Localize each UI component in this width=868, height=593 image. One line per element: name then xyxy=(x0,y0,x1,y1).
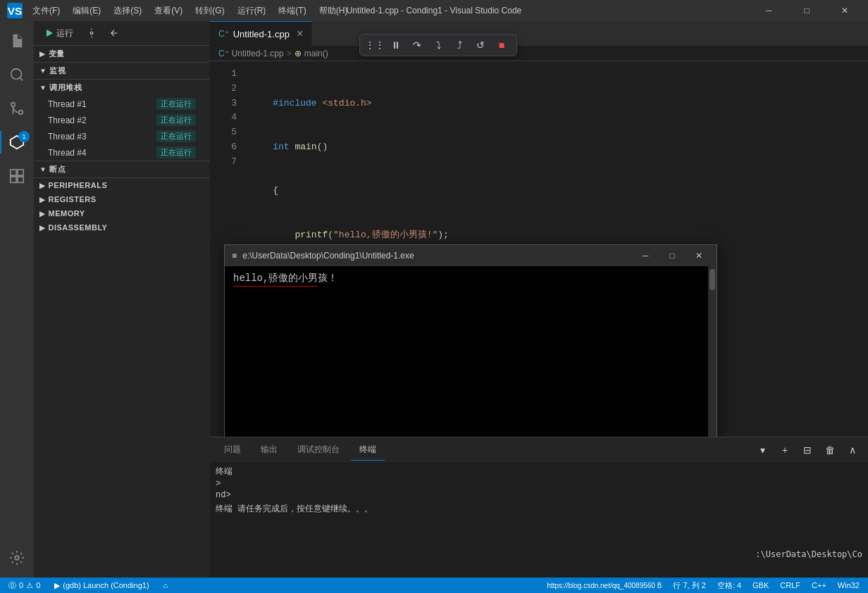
debug-stop-button[interactable]: ■ xyxy=(492,36,511,54)
terminal-popup-window[interactable]: ■ e:\UserData\Desktop\Conding1\Untitled-… xyxy=(224,244,717,437)
svg-rect-10 xyxy=(18,177,23,182)
call-stack-section: ▼ 调用堆栈 Thread #1 正在运行 Thread #2 正在运行 Thr… xyxy=(34,80,210,161)
panel-new-terminal-btn[interactable]: + xyxy=(775,440,795,460)
breadcrumb-func[interactable]: main() xyxy=(304,49,328,58)
thread-4-item[interactable]: Thread #4 正在运行 xyxy=(34,144,210,161)
debug-restart-button[interactable]: ↺ xyxy=(471,36,490,54)
activity-git[interactable] xyxy=(0,92,34,125)
debug-step-over-button[interactable]: ↷ xyxy=(408,36,426,54)
status-url[interactable]: https://blog.csdn.net/qq_40089560 B xyxy=(544,582,664,589)
arch-text: Win32 xyxy=(838,581,860,589)
breadcrumb-sep1: > xyxy=(287,49,292,58)
menu-run[interactable]: 运行(R) xyxy=(232,4,272,18)
menu-goto[interactable]: 转到(G) xyxy=(190,4,230,18)
menu-terminal[interactable]: 终端(T) xyxy=(273,4,311,18)
run-button[interactable]: 运行 xyxy=(39,25,79,42)
svg-marker-12 xyxy=(46,30,53,37)
debug-step-out-button[interactable]: ⤴ xyxy=(450,36,469,54)
panel-split-btn[interactable]: ⊟ xyxy=(798,440,817,460)
warning-icon: ⚠ xyxy=(26,581,33,590)
window-title: Untitled-1.cpp - Conding1 - Visual Studi… xyxy=(347,6,522,15)
status-url-text: https://blog.csdn.net/qq_40089560 B xyxy=(547,582,662,589)
home-icon: ⌂ xyxy=(163,581,168,589)
thread-3-name: Thread #3 xyxy=(48,132,87,142)
status-spaces[interactable]: 空格: 4 xyxy=(714,580,744,591)
terminal-minimize-button[interactable]: ─ xyxy=(635,248,656,263)
status-line-ending[interactable]: CRLF xyxy=(777,581,803,589)
maximize-button[interactable]: □ xyxy=(790,0,823,21)
status-encoding[interactable]: GBK xyxy=(750,581,771,589)
terminal-maximize-button[interactable]: □ xyxy=(662,248,683,263)
disassembly-label: DISASSEMBLY xyxy=(49,223,108,232)
thread-4-name: Thread #4 xyxy=(48,148,87,158)
tab-close-button[interactable]: × xyxy=(297,27,303,40)
activity-settings[interactable] xyxy=(0,541,34,575)
memory-section: ▶ MEMORY xyxy=(34,206,210,220)
minimize-button[interactable]: ─ xyxy=(752,0,785,21)
panel-tab-debug-console[interactable]: 调试控制台 xyxy=(289,439,348,460)
debug-move-icon[interactable]: ⋮⋮ xyxy=(366,36,384,54)
close-button[interactable]: ✕ xyxy=(829,0,861,21)
debug-pause-button[interactable]: ⏸ xyxy=(387,36,405,54)
disassembly-header[interactable]: ▶ DISASSEMBLY xyxy=(34,220,210,235)
language-text: C++ xyxy=(812,581,826,589)
activity-bar: 1 xyxy=(0,21,34,578)
variables-header[interactable]: ▶ 变量 xyxy=(34,46,210,62)
status-debug-session[interactable]: ▶ (gdb) Launch (Conding1) xyxy=(51,581,151,590)
error-icon: ⓪ xyxy=(8,580,16,591)
call-stack-header[interactable]: ▼ 调用堆栈 xyxy=(34,80,210,96)
svg-rect-8 xyxy=(18,170,23,175)
status-language[interactable]: C++ xyxy=(809,581,829,589)
panel-right-path: :\UserData\Desktop\Co xyxy=(750,547,868,562)
memory-header[interactable]: ▶ MEMORY xyxy=(34,206,210,220)
debug-step-into-button[interactable]: ⤵ xyxy=(429,36,447,54)
breadcrumb-file[interactable]: Untitled-1.cpp xyxy=(232,49,284,58)
registers-header[interactable]: ▶ REGISTERS xyxy=(34,192,210,206)
tab-untitled-cpp[interactable]: C⁺ Untitled-1.cpp × xyxy=(210,21,312,46)
thread-2-item[interactable]: Thread #2 正在运行 xyxy=(34,112,210,128)
terminal-scrollthumb[interactable] xyxy=(709,269,715,290)
code-editor[interactable]: 1 2 3 4 5 6 7 #include <stdio.h> int mai… xyxy=(210,61,868,437)
thread-1-item[interactable]: Thread #1 正在运行 xyxy=(34,96,210,112)
status-arch[interactable]: Win32 xyxy=(835,581,862,589)
activity-extensions[interactable] xyxy=(0,159,34,193)
panel-tab-problems[interactable]: 问题 xyxy=(216,439,249,460)
panel-dropdown-btn[interactable]: ▾ xyxy=(752,440,772,460)
panel-collapse-btn[interactable]: ∧ xyxy=(843,440,862,460)
main-layout: 1 运行 ▶ 变量 xyxy=(0,21,868,578)
menu-select[interactable]: 选择(S) xyxy=(108,4,147,18)
menu-file[interactable]: 文件(F) xyxy=(27,4,66,18)
status-errors[interactable]: ⓪ 0 ⚠ 0 xyxy=(6,580,43,591)
watch-header[interactable]: ▼ 监视 xyxy=(34,63,210,79)
peripherals-header[interactable]: ▶ PERIPHERALS xyxy=(34,178,210,192)
panel-line-3: nd> xyxy=(216,489,862,501)
terminal-close-button[interactable]: ✕ xyxy=(688,248,709,263)
terminal-output-line: hello,骄傲的小男孩！ xyxy=(233,272,708,285)
disassembly-section: ▶ DISASSEMBLY xyxy=(34,220,210,235)
breakpoints-header[interactable]: ▼ 断点 xyxy=(34,161,210,177)
status-bar-right: https://blog.csdn.net/qq_40089560 B 行 7,… xyxy=(544,580,862,591)
peripherals-label: PERIPHERALS xyxy=(49,181,108,189)
debug-session-label: (gdb) Launch (Conding1) xyxy=(63,581,149,589)
more-options-btn[interactable] xyxy=(104,23,124,43)
sidebar-debug-toolbar: 运行 xyxy=(34,21,210,46)
terminal-scrollbar[interactable] xyxy=(708,266,717,437)
activity-search[interactable] xyxy=(0,58,34,92)
panel-tab-terminal[interactable]: 终端 xyxy=(351,439,385,461)
thread-1-status: 正在运行 xyxy=(156,98,196,110)
status-line-col[interactable]: 行 7, 列 2 xyxy=(670,580,708,591)
panel-trash-btn[interactable]: 🗑 xyxy=(820,440,840,460)
tab-label: Untitled-1.cpp xyxy=(233,29,290,39)
error-count: 0 xyxy=(19,581,23,589)
activity-explorer[interactable] xyxy=(0,24,34,58)
watch-section: ▼ 监视 xyxy=(34,63,210,80)
svg-rect-9 xyxy=(11,177,16,182)
menu-edit[interactable]: 编辑(E) xyxy=(67,4,106,18)
status-home[interactable]: ⌂ xyxy=(161,581,171,589)
activity-debug[interactable]: 1 xyxy=(0,125,34,159)
panel-tab-output[interactable]: 输出 xyxy=(252,439,286,460)
menu-view[interactable]: 查看(V) xyxy=(149,4,188,18)
thread-3-item[interactable]: Thread #3 正在运行 xyxy=(34,128,210,144)
settings-icon-btn[interactable] xyxy=(82,23,101,43)
panel-tabs: 问题 输出 调试控制台 终端 ▾ + ⊟ 🗑 ∧ xyxy=(210,437,868,462)
